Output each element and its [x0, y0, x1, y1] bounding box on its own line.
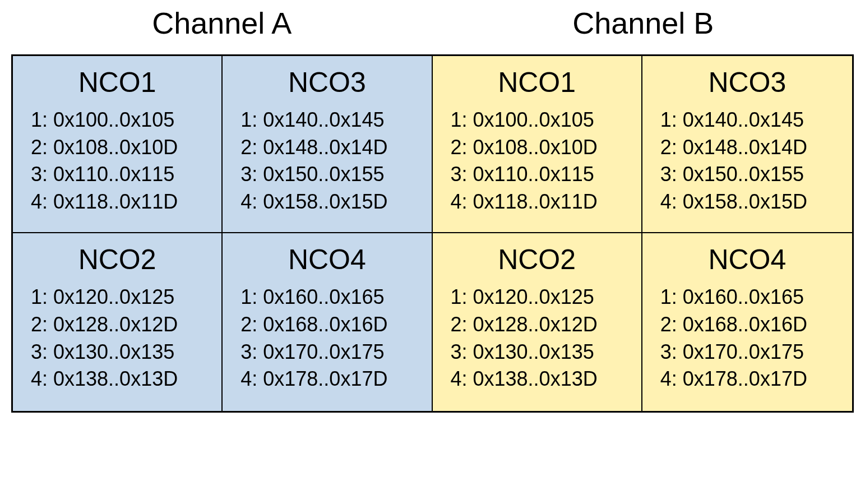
nco-entries: 1: 0x120..0x125 2: 0x128..0x12D 3: 0x130… [13, 284, 221, 392]
address-entry: 1: 0x120..0x125 [31, 284, 221, 311]
address-entry: 3: 0x170..0x175 [240, 339, 431, 366]
address-entry: 3: 0x130..0x135 [31, 339, 221, 366]
channel-a-header: Channel A [11, 6, 433, 40]
channel-b-header: Channel B [433, 6, 854, 40]
nco-entries: 1: 0x160..0x165 2: 0x168..0x16D 3: 0x170… [223, 284, 431, 392]
address-entry: 4: 0x178..0x17D [660, 366, 852, 393]
address-entry: 2: 0x108..0x10D [31, 134, 221, 161]
nco-title: NCO4 [288, 243, 366, 276]
nco-cell-b3: NCO3 1: 0x140..0x145 2: 0x148..0x14D 3: … [642, 56, 852, 233]
address-entry: 2: 0x128..0x12D [31, 311, 221, 339]
nco-cell-a2: NCO2 1: 0x120..0x125 2: 0x128..0x12D 3: … [13, 233, 223, 410]
address-entry: 2: 0x168..0x16D [240, 311, 431, 339]
nco-entries: 1: 0x100..0x105 2: 0x108..0x10D 3: 0x110… [13, 107, 221, 215]
nco-title: NCO3 [708, 66, 786, 99]
nco-entries: 1: 0x160..0x165 2: 0x168..0x16D 3: 0x170… [642, 284, 852, 392]
address-entry: 3: 0x130..0x135 [451, 339, 641, 366]
address-entry: 1: 0x160..0x165 [660, 284, 852, 311]
address-entry: 3: 0x110..0x115 [451, 161, 641, 188]
channel-headers: Channel A Channel B [11, 6, 854, 40]
nco-cell-a1: NCO1 1: 0x100..0x105 2: 0x108..0x10D 3: … [13, 56, 223, 233]
address-entry: 4: 0x138..0x13D [31, 366, 221, 393]
nco-cell-a4: NCO4 1: 0x160..0x165 2: 0x168..0x16D 3: … [223, 233, 432, 410]
nco-entries: 1: 0x140..0x145 2: 0x148..0x14D 3: 0x150… [223, 107, 431, 215]
address-entry: 3: 0x110..0x115 [31, 161, 221, 188]
nco-title: NCO4 [708, 243, 786, 276]
address-entry: 1: 0x140..0x145 [660, 107, 852, 134]
address-entry: 4: 0x118..0x11D [31, 188, 221, 216]
address-entry: 4: 0x138..0x13D [451, 366, 641, 393]
nco-cell-a3: NCO3 1: 0x140..0x145 2: 0x148..0x14D 3: … [223, 56, 432, 233]
nco-title: NCO3 [288, 66, 366, 99]
nco-entries: 1: 0x100..0x105 2: 0x108..0x10D 3: 0x110… [433, 107, 641, 215]
address-entry: 2: 0x148..0x14D [240, 134, 431, 161]
address-entry: 2: 0x128..0x12D [451, 311, 641, 339]
nco-entries: 1: 0x140..0x145 2: 0x148..0x14D 3: 0x150… [642, 107, 852, 215]
nco-cell-b4: NCO4 1: 0x160..0x165 2: 0x168..0x16D 3: … [642, 233, 852, 410]
address-entry: 4: 0x158..0x15D [660, 188, 852, 216]
address-entry: 2: 0x148..0x14D [660, 134, 852, 161]
nco-cell-b2: NCO2 1: 0x120..0x125 2: 0x128..0x12D 3: … [433, 233, 642, 410]
address-entry: 1: 0x140..0x145 [240, 107, 431, 134]
address-entry: 1: 0x100..0x105 [451, 107, 641, 134]
address-entry: 3: 0x150..0x155 [240, 161, 431, 188]
address-entry: 1: 0x120..0x125 [451, 284, 641, 311]
address-entry: 3: 0x170..0x175 [660, 339, 852, 366]
address-entry: 4: 0x178..0x17D [240, 366, 431, 393]
address-entry: 2: 0x168..0x16D [660, 311, 852, 339]
address-entry: 1: 0x160..0x165 [240, 284, 431, 311]
address-entry: 1: 0x100..0x105 [31, 107, 221, 134]
nco-title: NCO2 [498, 243, 576, 276]
address-entry: 3: 0x150..0x155 [660, 161, 852, 188]
address-entry: 4: 0x158..0x15D [240, 188, 431, 216]
nco-title: NCO1 [498, 66, 576, 99]
diagram-container: Channel A Channel B NCO1 1: 0x100..0x105… [11, 6, 854, 413]
nco-title: NCO1 [78, 66, 156, 99]
nco-grid: NCO1 1: 0x100..0x105 2: 0x108..0x10D 3: … [11, 54, 854, 413]
nco-title: NCO2 [78, 243, 156, 276]
nco-entries: 1: 0x120..0x125 2: 0x128..0x12D 3: 0x130… [433, 284, 641, 392]
nco-cell-b1: NCO1 1: 0x100..0x105 2: 0x108..0x10D 3: … [433, 56, 642, 233]
address-entry: 4: 0x118..0x11D [451, 188, 641, 216]
address-entry: 2: 0x108..0x10D [451, 134, 641, 161]
